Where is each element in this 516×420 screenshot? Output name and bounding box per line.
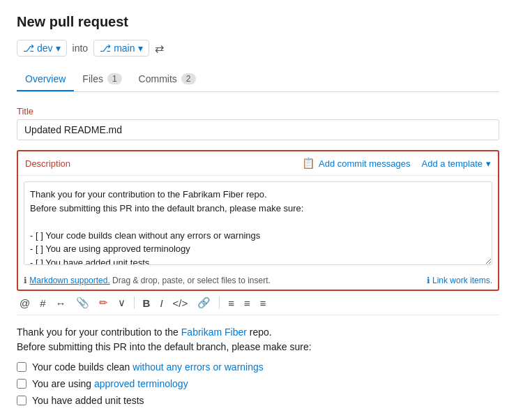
checklist-text-2: You are using approved terminology: [32, 378, 188, 389]
tabs-bar: Overview Files 1 Commits 2: [17, 68, 499, 92]
to-branch-label: main: [114, 43, 135, 54]
info-icon: ℹ: [24, 276, 27, 285]
branch-icon-2: ⎇: [100, 43, 111, 54]
tab-overview-label: Overview: [25, 73, 66, 84]
tab-overview[interactable]: Overview: [17, 68, 74, 91]
errors-link[interactable]: without any errors or warnings: [132, 361, 264, 373]
bold-button[interactable]: B: [140, 296, 153, 310]
tab-files-label: Files: [82, 73, 103, 84]
checklist-item-2: You are using approved terminology: [17, 378, 499, 389]
fabrikam-link[interactable]: Fabrikam Fiber: [181, 327, 247, 338]
checklist-checkbox-3[interactable]: [17, 396, 26, 405]
from-branch-button[interactable]: ⎇ dev ▾: [17, 40, 67, 57]
markdown-link[interactable]: Markdown supported.: [29, 276, 109, 285]
tab-files-badge: 1: [107, 73, 122, 84]
markdown-info: ℹ Markdown supported. Drag & drop, paste…: [24, 276, 271, 285]
page-title: New pull request: [17, 14, 499, 30]
toolbar-separator: [134, 297, 135, 309]
link-icon: ℹ: [427, 276, 430, 285]
checklist-checkbox-2[interactable]: [17, 379, 26, 389]
formatting-toolbar: @ # ↔ 📎 ✏ ∨ B I </> 🔗 ≡ ≡ ≡: [17, 291, 499, 315]
reference-button[interactable]: ↔: [53, 296, 69, 310]
description-header: Description 📋 Add commit messages Add a …: [18, 151, 498, 176]
preview-intro-text2: repo.: [247, 327, 272, 338]
checklist-item-1: Your code builds clean without any error…: [17, 361, 499, 373]
branch-icon: ⎇: [23, 43, 34, 54]
add-template-button[interactable]: Add a template ▾: [422, 158, 491, 169]
to-branch-button[interactable]: ⎇ main ▾: [93, 40, 149, 57]
checklist-checkbox-1[interactable]: [17, 362, 26, 372]
terminology-link[interactable]: approved terminology: [94, 378, 188, 389]
checklist-item-3: You have added unit tests: [17, 395, 499, 406]
chevron-down-icon: ▾: [56, 43, 61, 54]
description-footer: ℹ Markdown supported. Drag & drop, paste…: [18, 273, 498, 290]
branch-selector: ⎇ dev ▾ into ⎇ main ▾ ⇄: [17, 40, 499, 57]
title-label: Title: [17, 106, 499, 117]
checklist-text-1: Your code builds clean without any error…: [32, 361, 264, 373]
preview-section: Thank you for your contribution to the F…: [17, 325, 499, 406]
code-button[interactable]: </>: [170, 296, 191, 310]
tab-commits-badge: 2: [181, 73, 196, 84]
attach-button[interactable]: 📎: [73, 295, 92, 310]
page-container: New pull request ⎇ dev ▾ into ⎇ main ▾ ⇄…: [0, 0, 516, 420]
link-work-items-label: Link work items.: [432, 276, 492, 285]
drag-drop-text: Drag & drop, paste, or select files to i…: [112, 276, 271, 285]
preview-line2: Before submitting this PR into the defau…: [17, 341, 312, 352]
description-container: Description 📋 Add commit messages Add a …: [17, 150, 499, 291]
add-template-label: Add a template: [422, 158, 483, 169]
hash-button[interactable]: #: [37, 296, 48, 310]
italic-button[interactable]: I: [157, 296, 165, 310]
chevron-down-icon-3: ▾: [486, 158, 491, 169]
checklist: Your code builds clean without any error…: [17, 361, 499, 406]
description-label: Description: [25, 158, 70, 169]
description-textarea-wrapper: Thank you for your contribution to the F…: [18, 176, 498, 273]
unordered-list-button[interactable]: ≡: [225, 296, 237, 310]
commit-icon: 📋: [302, 157, 315, 170]
toolbar-separator-2: [219, 297, 220, 309]
checklist-text-3: You have added unit tests: [32, 395, 144, 406]
ordered-list-button[interactable]: ≡: [241, 296, 253, 310]
description-actions: 📋 Add commit messages Add a template ▾: [302, 157, 491, 170]
task-list-button[interactable]: ≡: [257, 296, 269, 310]
link-button[interactable]: 🔗: [195, 295, 213, 310]
into-text: into: [73, 43, 89, 54]
tab-commits[interactable]: Commits 2: [130, 68, 204, 91]
pen-button[interactable]: ✏: [96, 295, 111, 310]
add-commit-messages-button[interactable]: 📋 Add commit messages: [302, 157, 411, 170]
swap-icon[interactable]: ⇄: [155, 42, 164, 55]
add-commit-messages-label: Add commit messages: [319, 158, 411, 169]
preview-intro: Thank you for your contribution to the F…: [17, 325, 499, 354]
tab-files[interactable]: Files 1: [74, 68, 130, 91]
from-branch-label: dev: [37, 43, 53, 54]
pen-dropdown-button[interactable]: ∨: [115, 295, 128, 310]
title-input[interactable]: [17, 119, 499, 140]
form-section: Title Description 📋 Add commit messages …: [17, 106, 499, 417]
chevron-down-icon-2: ▾: [138, 43, 143, 54]
mention-button[interactable]: @: [17, 296, 33, 310]
preview-intro-text1: Thank you for your contribution to the: [17, 327, 181, 338]
description-textarea[interactable]: Thank you for your contribution to the F…: [24, 181, 492, 265]
link-work-items-button[interactable]: ℹ Link work items.: [427, 276, 492, 285]
tab-commits-label: Commits: [139, 73, 177, 84]
